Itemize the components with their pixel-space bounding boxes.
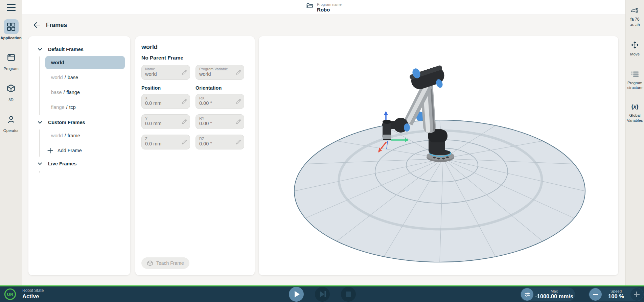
sidebar-item-move[interactable]: Move: [626, 40, 644, 56]
name-field[interactable]: Name world: [141, 65, 190, 80]
orientation-rz-field[interactable]: RZ 0.00 °: [196, 135, 244, 149]
robot-scene: [259, 36, 618, 275]
chevron-down-icon: [38, 121, 42, 124]
chevron-down-icon: [38, 162, 42, 165]
sidebar-item-label: Operator: [3, 128, 19, 133]
parent-frame-label: No Parent Frame: [135, 51, 255, 65]
svg-text:UR: UR: [7, 292, 14, 297]
speed-decrease-button[interactable]: [589, 288, 602, 301]
plus-icon: [634, 292, 640, 297]
program-window-icon: [4, 50, 19, 65]
robot-state-label: Robot State: [22, 288, 44, 293]
sidebar-item-label: Application: [0, 36, 22, 40]
tree-item-flange-tcp[interactable]: flange / tcp: [45, 101, 125, 114]
play-icon: [289, 287, 304, 302]
teach-frame-button[interactable]: Teach Frame: [141, 257, 189, 269]
sidebar-item-label: Program structure: [626, 80, 644, 90]
max-speed-readout: Max -1000.00 mm/s: [533, 289, 575, 300]
sidebar-item-program[interactable]: Program: [0, 50, 22, 71]
open-folder-icon: [306, 2, 314, 10]
tree-item-world[interactable]: world: [45, 56, 125, 69]
top-bar: Program name Robo: [22, 0, 625, 15]
sidebar-item-label: Global Variables: [626, 113, 644, 123]
program-structure-list-icon: [627, 69, 642, 79]
max-speed-pill: Max -1000.00 mm/s: [520, 287, 575, 301]
position-y-field[interactable]: Y 0.0 mm: [141, 114, 190, 129]
right-nav-rail: fa 76 ac a5 Move Program structure {x}: [625, 0, 644, 285]
custom-frames-children: world / frame Add Frame: [39, 128, 130, 158]
default-frames-children: world world / base base / flange flange …: [39, 55, 130, 117]
skip-to-end-icon: [315, 287, 330, 302]
sliders-icon: [524, 291, 531, 298]
play-button[interactable]: [289, 287, 304, 302]
tree-section-live-frames[interactable]: Live Frames: [28, 158, 130, 169]
edit-pencil-icon[interactable]: [236, 139, 241, 146]
program-variable-field[interactable]: Program Variable world: [196, 65, 244, 80]
hamburger-menu-button[interactable]: [7, 4, 16, 11]
position-heading: Position: [141, 85, 190, 91]
bottom-status-bar: UR Robot State Active Max -1000.00 mm/s: [0, 285, 644, 302]
edit-pencil-icon[interactable]: [182, 139, 187, 146]
operator-person-icon: [4, 112, 19, 127]
move-arrows-icon: [627, 40, 642, 50]
plus-icon: [47, 148, 53, 154]
sidebar-item-freedrive[interactable]: fa 76 ac a5: [626, 5, 644, 27]
arrow-left-icon: [33, 21, 41, 29]
global-variables-icon: {x}: [627, 102, 642, 112]
sidebar-item-3d[interactable]: 3D: [0, 81, 22, 102]
speed-readout: Speed 100 %: [602, 289, 630, 300]
cube-3d-icon: [4, 81, 19, 96]
page-header: Frames: [33, 21, 67, 29]
sidebar-item-operator[interactable]: Operator: [0, 112, 22, 133]
live-frames-guide-dot: [39, 171, 40, 172]
page-title: Frames: [46, 22, 67, 29]
edit-pencil-icon[interactable]: [236, 99, 241, 106]
transport-controls: [289, 287, 356, 302]
program-name-block: Program name Robo: [306, 2, 342, 13]
sidebar-item-program-structure[interactable]: Program structure: [626, 69, 644, 90]
back-button[interactable]: [33, 21, 41, 29]
position-z-field[interactable]: Z 0.0 mm: [141, 135, 190, 149]
speed-increase-button[interactable]: [630, 288, 643, 301]
frame-detail-panel: world No Parent Frame Name world Program…: [135, 36, 255, 275]
robot-state-block: Robot State Active: [22, 288, 44, 300]
max-value: -1000.00 mm/s: [535, 293, 573, 300]
speed-value: 100 %: [608, 293, 624, 300]
stop-button[interactable]: [341, 287, 356, 302]
speed-settings-button[interactable]: [521, 288, 533, 301]
sidebar-item-global-variables[interactable]: {x} Global Variables: [626, 102, 644, 123]
hamburger-bar: [7, 7, 16, 8]
frame-title: world: [135, 36, 255, 51]
add-frame-button[interactable]: Add Frame: [45, 144, 130, 157]
tree-item-base-flange[interactable]: base / flange: [45, 86, 125, 99]
tree-section-custom-frames[interactable]: Custom Frames: [28, 117, 130, 128]
max-label: Max: [551, 289, 558, 293]
left-nav-items: Application Program 3D Operator: [0, 19, 22, 133]
sidebar-item-label: 3D: [8, 97, 14, 102]
edit-pencil-icon[interactable]: [182, 119, 187, 126]
hamburger-bar: [7, 10, 16, 11]
orientation-ry-field[interactable]: RY 0.00 °: [196, 114, 244, 129]
left-nav-rail: Application Program 3D Operator: [0, 0, 22, 285]
tree-item-world-base[interactable]: world / base: [45, 71, 125, 84]
tree-item-world-frame[interactable]: world / frame: [45, 129, 125, 142]
robot-3d-viewport[interactable]: [259, 36, 618, 275]
edit-pencil-icon[interactable]: [236, 119, 241, 126]
edit-pencil-icon[interactable]: [182, 70, 187, 76]
robot-serial-hex: fa 76 ac a5: [630, 17, 640, 27]
orientation-heading: Orientation: [196, 85, 244, 91]
sidebar-item-label: Move: [630, 52, 640, 56]
edit-pencil-icon[interactable]: [236, 70, 241, 76]
program-name-value: Robo: [317, 7, 342, 13]
edit-pencil-icon[interactable]: [182, 99, 187, 106]
speed-pill: Speed 100 %: [589, 287, 644, 301]
sidebar-item-application[interactable]: Application: [0, 19, 22, 40]
orientation-rx-field[interactable]: RX 0.00 °: [196, 94, 244, 109]
sidebar-item-label: Program: [3, 66, 18, 71]
position-x-field[interactable]: X 0.0 mm: [141, 94, 190, 109]
application-grid-icon: [4, 19, 19, 34]
skip-to-end-button[interactable]: [315, 287, 330, 302]
hamburger-bar: [7, 4, 16, 5]
tree-section-default-frames[interactable]: Default Frames: [28, 44, 130, 55]
frames-tree-panel: Default Frames world world / base base /…: [28, 36, 130, 275]
